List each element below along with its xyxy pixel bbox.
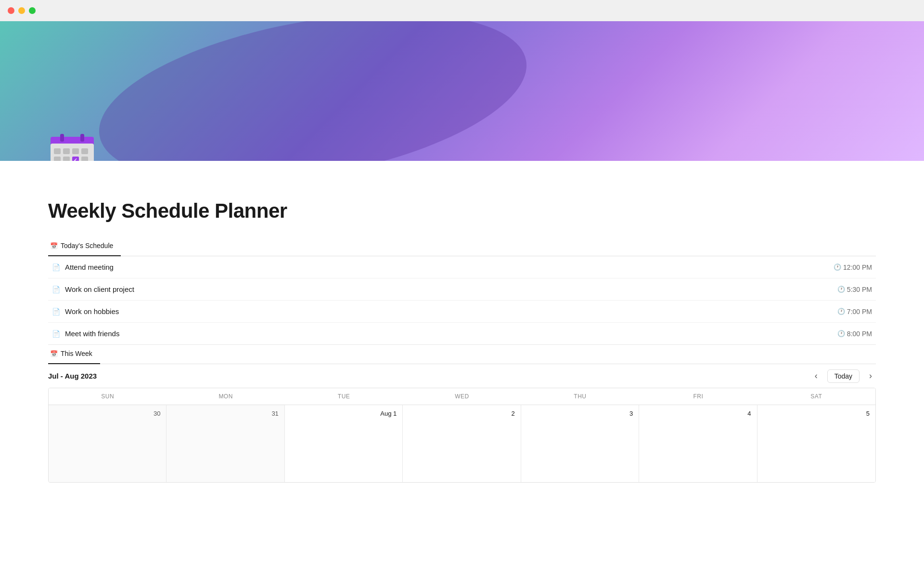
calendar-hero-icon: ✓ bbox=[48, 132, 96, 161]
week-nav: ‹ Today › bbox=[811, 369, 876, 383]
schedule-item: 📄 Work on hobbies 🕐 7:00 PM bbox=[48, 301, 876, 323]
day-number: Aug 1 bbox=[291, 410, 397, 417]
day-number: 30 bbox=[54, 410, 160, 417]
schedule-item-time: 🕐 12:00 PM bbox=[834, 263, 872, 271]
schedule-item-time-value: 12:00 PM bbox=[843, 263, 872, 271]
cal-header-thu: THU bbox=[521, 388, 639, 405]
doc-icon: 📄 bbox=[52, 308, 60, 315]
schedule-item: 📄 Work on client project 🕐 5:30 PM bbox=[48, 278, 876, 301]
svg-rect-8 bbox=[54, 157, 61, 161]
week-header: Jul - Aug 2023 ‹ Today › bbox=[48, 364, 876, 388]
schedule-item: 📄 Attend meeting 🕐 12:00 PM bbox=[48, 256, 876, 278]
svg-rect-12 bbox=[81, 157, 88, 161]
calendar-grid: SUN MON TUE WED THU FRI SAT 30 31 bbox=[48, 388, 876, 483]
clock-icon: 🕐 bbox=[837, 330, 845, 337]
hero-banner: ✓ bbox=[0, 21, 924, 161]
schedule-item-time-value: 8:00 PM bbox=[847, 330, 872, 338]
calendar-header-row: SUN MON TUE WED THU FRI SAT bbox=[49, 388, 875, 405]
svg-rect-4 bbox=[54, 148, 61, 154]
svg-rect-7 bbox=[81, 148, 88, 154]
clock-icon: 🕐 bbox=[837, 308, 845, 315]
page-title: Weekly Schedule Planner bbox=[48, 199, 876, 223]
cal-day-aug5: 5 bbox=[757, 405, 875, 482]
clock-icon: 🕐 bbox=[837, 286, 845, 293]
cal-header-fri: FRI bbox=[639, 388, 757, 405]
schedule-item-left: 📄 Meet with friends bbox=[52, 329, 119, 338]
cal-header-tue: TUE bbox=[285, 388, 403, 405]
schedule-item-name: Meet with friends bbox=[65, 329, 119, 338]
schedule-item-time-value: 5:30 PM bbox=[847, 286, 872, 293]
day-number: 31 bbox=[172, 410, 278, 417]
cal-day-aug3: 3 bbox=[521, 405, 639, 482]
svg-rect-9 bbox=[63, 157, 70, 161]
cal-header-mon: MON bbox=[167, 388, 284, 405]
svg-text:✓: ✓ bbox=[74, 158, 77, 161]
day-number: 3 bbox=[527, 410, 633, 417]
week-section: 📅 This Week Jul - Aug 2023 ‹ Today › SUN… bbox=[48, 345, 876, 483]
content-area: Weekly Schedule Planner 📅 Today's Schedu… bbox=[0, 161, 924, 512]
schedule-item-name: Work on hobbies bbox=[65, 307, 119, 315]
cal-header-sat: SAT bbox=[757, 388, 875, 405]
doc-icon: 📄 bbox=[52, 286, 60, 293]
close-button[interactable] bbox=[8, 7, 14, 14]
svg-rect-6 bbox=[72, 148, 79, 154]
day-number: 4 bbox=[645, 410, 751, 417]
schedule-item-name: Attend meeting bbox=[65, 263, 114, 271]
cal-header-wed: WED bbox=[403, 388, 521, 405]
svg-rect-5 bbox=[63, 148, 70, 154]
svg-rect-1 bbox=[60, 134, 64, 142]
tabs-container: 📅 Today's Schedule bbox=[48, 237, 876, 256]
page-wrapper: ✓ Weekly Schedule Planner 📅 Today's Sche… bbox=[0, 0, 924, 512]
today-nav-button[interactable]: Today bbox=[827, 369, 860, 383]
cal-day-aug2: 2 bbox=[403, 405, 521, 482]
schedule-item-time: 🕐 8:00 PM bbox=[837, 330, 872, 338]
tab-this-week[interactable]: 📅 This Week bbox=[48, 345, 100, 364]
week-tabs-container: 📅 This Week bbox=[48, 345, 876, 364]
today-tab-icon: 📅 bbox=[50, 242, 58, 250]
cal-day-30: 30 bbox=[49, 405, 167, 482]
today-schedule-list: 📄 Attend meeting 🕐 12:00 PM 📄 Work on cl… bbox=[48, 256, 876, 345]
schedule-item-time: 🕐 7:00 PM bbox=[837, 308, 872, 315]
schedule-item-time-value: 7:00 PM bbox=[847, 308, 872, 315]
cal-day-31: 31 bbox=[167, 405, 284, 482]
day-number: 5 bbox=[763, 410, 870, 417]
minimize-button[interactable] bbox=[18, 7, 25, 14]
tab-today[interactable]: 📅 Today's Schedule bbox=[48, 237, 121, 256]
schedule-item-left: 📄 Work on hobbies bbox=[52, 307, 119, 315]
doc-icon: 📄 bbox=[52, 263, 60, 271]
maximize-button[interactable] bbox=[29, 7, 36, 14]
calendar-body-row: 30 31 Aug 1 2 3 4 bbox=[49, 405, 875, 482]
doc-icon: 📄 bbox=[52, 330, 60, 338]
week-tab-label: This Week bbox=[61, 350, 92, 357]
week-tab-icon: 📅 bbox=[50, 350, 58, 357]
schedule-item: 📄 Meet with friends 🕐 8:00 PM bbox=[48, 323, 876, 344]
cal-day-aug4: 4 bbox=[639, 405, 757, 482]
week-prev-button[interactable]: ‹ bbox=[811, 369, 821, 383]
day-number: 2 bbox=[409, 410, 514, 417]
cal-header-sun: SUN bbox=[49, 388, 167, 405]
schedule-item-left: 📄 Attend meeting bbox=[52, 263, 114, 271]
schedule-item-time: 🕐 5:30 PM bbox=[837, 286, 872, 293]
clock-icon: 🕐 bbox=[834, 263, 841, 271]
cal-day-aug1: Aug 1 bbox=[285, 405, 403, 482]
schedule-item-name: Work on client project bbox=[65, 285, 134, 293]
week-next-button[interactable]: › bbox=[865, 369, 876, 383]
today-tab-label: Today's Schedule bbox=[61, 242, 113, 250]
week-date-range: Jul - Aug 2023 bbox=[48, 372, 97, 380]
schedule-item-left: 📄 Work on client project bbox=[52, 285, 134, 293]
svg-rect-2 bbox=[80, 134, 84, 142]
window-chrome bbox=[0, 0, 924, 21]
